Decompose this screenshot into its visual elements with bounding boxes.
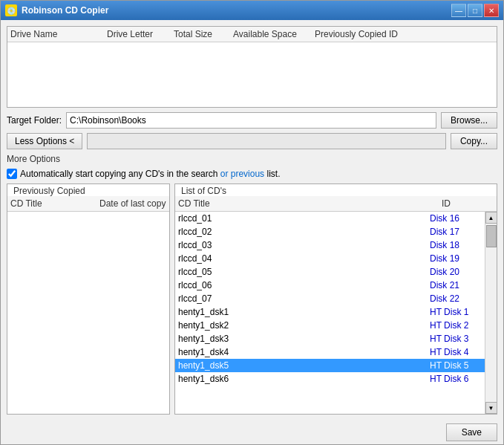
drives-col-name: Drive Name bbox=[10, 29, 107, 39]
minimize-button[interactable]: — bbox=[451, 4, 466, 17]
titlebar-buttons: — □ ✕ bbox=[451, 4, 499, 17]
prev-col-date: Date of last copy bbox=[99, 198, 166, 209]
target-folder-input[interactable] bbox=[66, 112, 436, 129]
cd-list-header: CD Title ID bbox=[175, 196, 497, 212]
cd-list-item[interactable]: henty1_dsk3HT Disk 3 bbox=[175, 332, 485, 345]
previous-link[interactable]: previous bbox=[231, 169, 264, 179]
scrollbar-down-arrow[interactable]: ▼ bbox=[485, 402, 497, 414]
previously-copied-title-row: Previously Copied bbox=[7, 184, 169, 196]
cd-list-inner: rlccd_01Disk 16rlccd_02Disk 17rlccd_03Di… bbox=[175, 212, 497, 414]
less-options-button[interactable]: Less Options < bbox=[7, 133, 82, 149]
cd-list-item[interactable]: henty1_dsk1HT Disk 1 bbox=[175, 305, 485, 319]
window-title: Robinson CD Copier bbox=[22, 5, 108, 16]
bottom-bar: Save bbox=[1, 420, 503, 444]
maximize-button[interactable]: □ bbox=[468, 4, 482, 17]
cd-list-scrollbar[interactable]: ▲ ▼ bbox=[485, 212, 497, 414]
prev-col-title: CD Title bbox=[10, 198, 99, 209]
cd-list-item[interactable]: henty1_dsk4HT Disk 4 bbox=[175, 345, 485, 359]
options-row: Less Options < Copy... bbox=[7, 133, 497, 149]
cd-list-title-row: List of CD's bbox=[175, 184, 497, 196]
cd-list-item[interactable]: rlccd_01Disk 16 bbox=[175, 212, 485, 225]
save-button[interactable]: Save bbox=[446, 423, 497, 441]
cd-list-item[interactable]: henty1_dsk5HT Disk 5 bbox=[175, 359, 485, 372]
app-icon: 💿 bbox=[5, 4, 17, 16]
drives-col-copied: Previously Copied bbox=[315, 29, 389, 39]
cd-col-id: ID bbox=[442, 198, 494, 209]
target-folder-row: Target Folder: Browse... bbox=[7, 112, 497, 129]
cd-col-title: CD Title bbox=[178, 198, 442, 209]
panels-row: Previously Copied CD Title Date of last … bbox=[7, 183, 497, 415]
progress-bar bbox=[87, 133, 445, 149]
main-content: Drive Name Drive Letter Total Size Avail… bbox=[1, 20, 503, 420]
scrollbar-up-arrow[interactable]: ▲ bbox=[485, 212, 497, 224]
cd-list-item[interactable]: henty1_dsk6HT Disk 6 bbox=[175, 372, 485, 386]
drives-table-header: Drive Name Drive Letter Total Size Avail… bbox=[7, 27, 497, 42]
drives-col-id: ID bbox=[389, 29, 419, 39]
drives-table: Drive Name Drive Letter Total Size Avail… bbox=[7, 26, 497, 108]
drives-col-size: Total Size bbox=[174, 29, 233, 39]
auto-copy-text: Automatically start copying any CD's in … bbox=[20, 169, 280, 179]
cd-list-item[interactable]: rlccd_02Disk 17 bbox=[175, 225, 485, 238]
drives-col-letter: Drive Letter bbox=[107, 29, 174, 39]
cd-list-item[interactable]: rlccd_07Disk 22 bbox=[175, 292, 485, 305]
auto-copy-row: Automatically start copying any CD's in … bbox=[7, 169, 497, 179]
titlebar-left: 💿 Robinson CD Copier bbox=[5, 4, 108, 16]
scrollbar-thumb[interactable] bbox=[486, 225, 497, 247]
copy-button[interactable]: Copy... bbox=[451, 133, 497, 149]
browse-button[interactable]: Browse... bbox=[441, 112, 497, 129]
cd-list-item[interactable]: rlccd_05Disk 20 bbox=[175, 265, 485, 279]
drives-col-space: Available Space bbox=[233, 29, 315, 39]
cd-list-panel: List of CD's CD Title ID rlccd_01Disk 16… bbox=[174, 183, 497, 415]
previously-copied-list[interactable] bbox=[7, 212, 169, 414]
main-window: 💿 Robinson CD Copier — □ ✕ Drive Name Dr… bbox=[0, 0, 504, 445]
target-folder-label: Target Folder: bbox=[7, 115, 62, 126]
close-button[interactable]: ✕ bbox=[484, 4, 499, 17]
search-link[interactable]: or bbox=[220, 169, 229, 179]
cd-list-item[interactable]: henty1_dsk2HT Disk 2 bbox=[175, 319, 485, 332]
more-options-label: More Options bbox=[7, 154, 497, 164]
previously-copied-panel: Previously Copied CD Title Date of last … bbox=[7, 183, 170, 415]
previously-copied-header: CD Title Date of last copy bbox=[7, 196, 169, 212]
cd-list-item[interactable]: rlccd_06Disk 21 bbox=[175, 279, 485, 292]
cd-list-item[interactable]: rlccd_03Disk 18 bbox=[175, 238, 485, 252]
titlebar: 💿 Robinson CD Copier — □ ✕ bbox=[1, 1, 503, 20]
cd-list-content[interactable]: rlccd_01Disk 16rlccd_02Disk 17rlccd_03Di… bbox=[175, 212, 485, 414]
cd-list-item[interactable]: rlccd_04Disk 19 bbox=[175, 252, 485, 265]
auto-copy-checkbox[interactable] bbox=[7, 169, 17, 179]
